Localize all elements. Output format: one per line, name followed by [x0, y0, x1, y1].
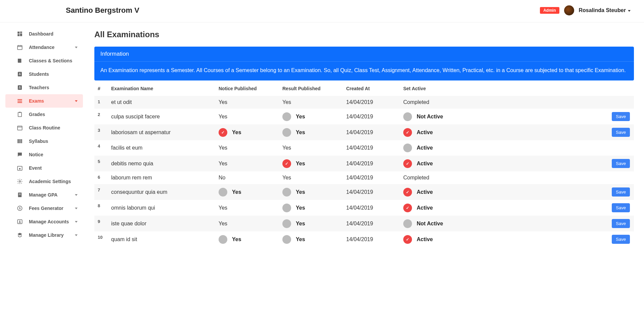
active-toggle[interactable]	[403, 159, 412, 168]
sidebar-item-class-routine[interactable]: Class Routine	[5, 121, 83, 134]
save-button[interactable]: Save	[612, 219, 630, 228]
result-toggle[interactable]	[282, 204, 291, 212]
created-at: 14/04/2019	[343, 156, 400, 171]
sidebar-item-label: Dashboard	[29, 31, 53, 37]
chevron-down-icon	[75, 221, 78, 223]
sidebar-item-classes-sections[interactable]: Classes & Sections	[5, 54, 83, 67]
notice-toggle[interactable]	[219, 188, 227, 197]
result-cell: Yes	[279, 109, 343, 124]
svg-point-9	[19, 73, 20, 74]
list-icon	[17, 98, 23, 104]
table-row: 1et ut oditYesYes14/04/2019Completed	[94, 96, 634, 109]
result-label: Yes	[296, 189, 305, 195]
sidebar-item-label: Manage Accounts	[29, 219, 69, 224]
sidebar-item-manage-library[interactable]: Manage Library	[5, 228, 83, 242]
active-cell: Active	[400, 231, 608, 247]
notice-toggle[interactable]	[219, 235, 227, 244]
col-result: Result Published	[279, 81, 343, 96]
sidebar-item-exams[interactable]: Exams	[5, 94, 83, 108]
active-cell: Active	[400, 140, 608, 156]
row-number: 9	[94, 216, 108, 231]
active-toggle[interactable]	[403, 188, 412, 197]
save-button[interactable]: Save	[612, 203, 630, 212]
result-toggle[interactable]	[282, 159, 291, 168]
sidebar-item-manage-gpa[interactable]: Manage GPA	[5, 188, 83, 202]
save-button[interactable]: Save	[612, 187, 630, 197]
table-header-row: # Examination Name Notice Published Resu…	[94, 81, 634, 96]
active-toggle[interactable]	[403, 219, 412, 228]
row-action: Save	[608, 216, 634, 231]
notice-cell: Yes	[215, 140, 279, 156]
sidebar-item-attendance[interactable]: Attendance	[5, 41, 83, 54]
row-action: Save	[608, 200, 634, 216]
row-number: 10	[94, 231, 108, 247]
row-number: 4	[94, 140, 108, 156]
avatar[interactable]	[564, 5, 574, 15]
columns-icon	[17, 138, 23, 144]
save-button[interactable]: Save	[612, 235, 630, 244]
active-label: Active	[417, 189, 433, 195]
svg-rect-1	[20, 32, 22, 33]
active-toggle[interactable]	[403, 128, 412, 137]
sidebar-item-students[interactable]: Students	[5, 67, 83, 81]
chevron-down-icon	[75, 47, 78, 48]
exam-name: culpa suscipit facere	[108, 109, 215, 124]
sidebar-item-manage-accounts[interactable]: Manage Accounts	[5, 215, 83, 228]
sidebar-item-event[interactable]: Event	[5, 161, 83, 175]
account-box-icon	[17, 219, 23, 225]
user-dropdown[interactable]: Rosalinda Steuber	[579, 7, 631, 13]
svg-rect-17	[18, 112, 22, 117]
header-right: Admin Rosalinda Steuber	[540, 5, 631, 15]
exam-name: consequuntur quia eum	[108, 184, 215, 200]
exam-name: quam id sit	[108, 231, 215, 247]
table-row: 4facilis et eumYesYes14/04/2019Active	[94, 140, 634, 156]
table-row: 3laboriosam ut aspernaturYesYes14/04/201…	[94, 124, 634, 140]
row-action	[608, 171, 634, 184]
result-toggle[interactable]	[282, 219, 291, 228]
save-button[interactable]: Save	[612, 112, 630, 121]
notice-toggle[interactable]	[219, 128, 227, 137]
table-row: 10quam id sitYesYes14/04/2019ActiveSave	[94, 231, 634, 247]
save-button[interactable]: Save	[612, 128, 630, 137]
save-button[interactable]: Save	[612, 159, 630, 168]
notice-cell: Yes	[215, 96, 279, 109]
sidebar-item-label: Event	[29, 165, 42, 171]
created-at: 14/04/2019	[343, 171, 400, 184]
sidebar-item-label: Students	[29, 71, 49, 77]
sidebar-item-academic-settings[interactable]: Academic Settings	[5, 175, 83, 188]
sidebar-item-syllabus[interactable]: Syllabus	[5, 134, 83, 148]
active-cell: Not Active	[400, 109, 608, 124]
active-toggle[interactable]	[403, 235, 412, 244]
created-at: 14/04/2019	[343, 96, 400, 109]
sidebar-item-label: Manage GPA	[29, 192, 57, 198]
row-number: 6	[94, 171, 108, 184]
sidebar-item-notice[interactable]: Notice	[5, 148, 83, 161]
sidebar-item-fees-generator[interactable]: $Fees Generator	[5, 202, 83, 215]
result-label: Yes	[296, 221, 305, 227]
main-content: All Examinations Information An Examinat…	[86, 22, 644, 254]
active-toggle[interactable]	[403, 204, 412, 212]
result-toggle[interactable]	[282, 235, 291, 244]
svg-rect-23	[21, 139, 22, 143]
sidebar-item-grades[interactable]: Grades	[5, 108, 83, 121]
row-action: Save	[608, 184, 634, 200]
active-toggle[interactable]	[403, 144, 412, 152]
result-label: Yes	[296, 205, 305, 211]
sidebar-item-dashboard[interactable]: Dashboard	[5, 27, 83, 41]
active-label: Not Active	[417, 221, 443, 227]
result-toggle[interactable]	[282, 112, 291, 121]
svg-rect-29	[19, 195, 21, 195]
row-number: 2	[94, 109, 108, 124]
svg-rect-0	[17, 32, 19, 34]
col-name: Examination Name	[108, 81, 215, 96]
result-toggle[interactable]	[282, 128, 291, 137]
result-cell: Yes	[279, 156, 343, 171]
chevron-down-icon	[628, 10, 631, 12]
sidebar-item-label: Attendance	[29, 45, 54, 50]
sidebar-item-label: Notice	[29, 152, 43, 157]
result-toggle[interactable]	[282, 188, 291, 197]
examinations-table: # Examination Name Notice Published Resu…	[94, 81, 634, 247]
active-toggle[interactable]	[403, 112, 412, 121]
table-row: 6laborum rem remNoYes14/04/2019Completed	[94, 171, 634, 184]
sidebar-item-teachers[interactable]: Teachers	[5, 81, 83, 94]
